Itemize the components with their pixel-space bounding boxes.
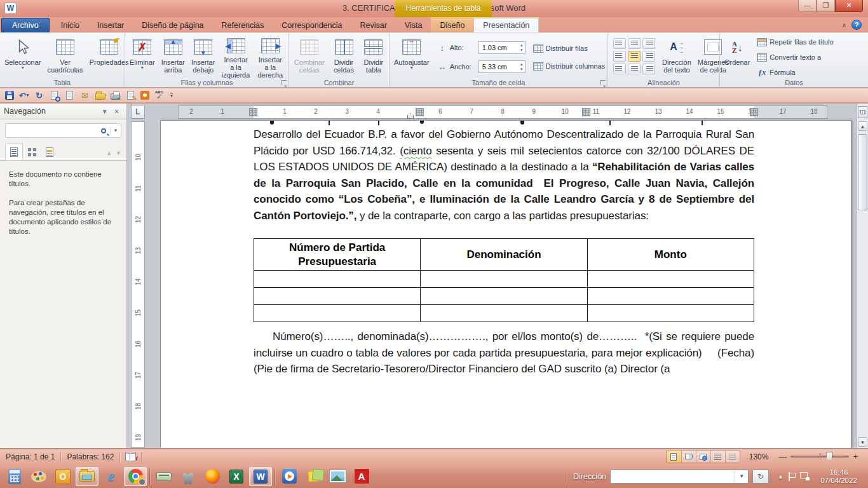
align-center-button[interactable] xyxy=(628,51,641,62)
fullscreen-reading-view-button[interactable] xyxy=(681,451,696,463)
ruler-toggle-icon[interactable] xyxy=(858,106,867,118)
search-icon[interactable] xyxy=(101,128,106,133)
outline-view-button[interactable] xyxy=(710,451,725,463)
taskbar-outlook-icon[interactable]: O xyxy=(51,467,74,486)
taskbar-paint-icon[interactable] xyxy=(27,467,50,486)
seleccionar-button[interactable]: Seleccionar ▾ xyxy=(1,35,44,79)
vertical-scrollbar[interactable]: ▲ ▼ xyxy=(857,104,868,448)
align-center-left-button[interactable] xyxy=(613,51,626,62)
taskbar-autocad-icon[interactable]: A xyxy=(350,467,373,486)
taskbar-file-explorer-icon[interactable] xyxy=(76,467,98,486)
help-icon[interactable]: ? xyxy=(851,20,862,30)
previous-heading-icon[interactable]: ▲ xyxy=(106,150,112,156)
browse-results-tab[interactable] xyxy=(41,144,58,160)
table-header-cell[interactable]: Denominación xyxy=(421,239,587,271)
align-top-center-button[interactable] xyxy=(628,38,641,49)
table-header-cell[interactable]: Número de Partida Presupuestaria xyxy=(254,239,421,271)
macro-icon[interactable]: ✱ xyxy=(140,91,149,100)
taskbar-photo-viewer-icon[interactable] xyxy=(326,467,349,486)
taskbar-sticky-notes-icon[interactable] xyxy=(302,467,325,486)
formula-button[interactable]: ƒx Fórmula xyxy=(757,65,833,79)
taskbar-calculator-icon[interactable] xyxy=(3,467,26,486)
browse-headings-tab[interactable] xyxy=(5,144,23,160)
insertar-derecha-button[interactable]: ▶ Insertar a la derecha xyxy=(254,35,287,79)
budget-table[interactable]: Número de Partida PresupuestariaDenomina… xyxy=(254,238,754,322)
tab-diseno[interactable]: Diseño xyxy=(431,18,473,32)
dividir-celdas-button[interactable]: Dividir celdas xyxy=(328,35,359,79)
address-go-icon[interactable]: ↻ xyxy=(752,470,769,484)
attach-mail-icon[interactable]: ✉ xyxy=(79,90,90,101)
zoom-in-icon[interactable]: + xyxy=(849,452,862,461)
combinar-celdas-button[interactable]: Combinar celdas xyxy=(290,35,328,79)
taskbar-word-icon[interactable]: W xyxy=(249,467,272,486)
taskbar-internet-explorer-icon[interactable]: e xyxy=(100,467,123,486)
align-bottom-left-button[interactable] xyxy=(613,64,626,74)
table-cell[interactable] xyxy=(421,288,587,305)
paragraph-2[interactable]: Número(s)…….., denominada(s)……………., por … xyxy=(254,329,754,377)
table-column-marker-icon[interactable] xyxy=(582,108,590,116)
scrollbar-thumb[interactable] xyxy=(858,134,867,210)
ribbon-tab[interactable]: Revisar xyxy=(351,18,395,32)
ribbon-tab[interactable]: Vista xyxy=(396,18,431,32)
dividir-tabla-button[interactable]: Dividir tabla xyxy=(360,35,388,79)
dialog-launcher-icon[interactable] xyxy=(281,80,287,85)
distribuir-columnas-button[interactable]: Distribuir columnas xyxy=(533,59,606,73)
tab-archivo[interactable]: Archivo xyxy=(1,18,50,32)
table-header-cell[interactable]: Monto xyxy=(587,239,754,271)
web-layout-view-button[interactable] xyxy=(696,451,710,463)
tab-stop-selector[interactable]: L xyxy=(131,105,145,119)
zoom-out-icon[interactable]: — xyxy=(775,452,790,461)
zoom-level[interactable]: 130% xyxy=(749,452,769,461)
spellcheck-icon[interactable]: ABC✓ xyxy=(154,90,165,101)
ribbon-tab[interactable]: Diseño de página xyxy=(133,18,212,32)
ribbon-tab[interactable]: Referencias xyxy=(213,18,273,32)
scroll-down-icon[interactable]: ▼ xyxy=(858,437,867,447)
collapse-ribbon-icon[interactable]: ∧ xyxy=(842,22,846,29)
table-cell[interactable] xyxy=(421,305,587,322)
network-icon[interactable] xyxy=(800,472,810,480)
ribbon-tab[interactable]: Inicio xyxy=(52,18,88,32)
document-page[interactable]: Desarrollo del Ecuador B.P. a favor del … xyxy=(160,120,851,448)
close-button[interactable]: ✕ xyxy=(835,0,863,12)
vertical-ruler[interactable]: 10111213141516171819 xyxy=(131,121,145,448)
align-bottom-center-button[interactable] xyxy=(628,64,641,74)
taskbar-media-player-icon[interactable] xyxy=(278,467,301,486)
horizontal-ruler[interactable]: 21 12346789101112131415 161718 xyxy=(178,105,827,119)
address-dropdown-icon[interactable]: ▼ xyxy=(735,470,748,483)
table-cell[interactable] xyxy=(587,305,754,322)
direccion-texto-button[interactable]: A→→→ Dirección del texto xyxy=(659,35,695,79)
new-document-icon[interactable] xyxy=(64,90,75,101)
save-icon[interactable] xyxy=(5,91,14,100)
spinner-arrows-icon[interactable]: ▲▼ xyxy=(520,43,524,53)
proofing-errors-icon[interactable]: ✗ xyxy=(125,453,136,461)
qat-customize-icon[interactable]: ▾ xyxy=(170,93,173,98)
taskbar-firefox-icon[interactable] xyxy=(201,467,224,486)
table-column-marker-icon[interactable] xyxy=(416,108,424,116)
action-center-flag-icon[interactable] xyxy=(789,472,795,481)
spinner-arrows-icon[interactable]: ▲▼ xyxy=(520,62,524,72)
ribbon-tab[interactable]: Insertar xyxy=(88,18,133,32)
ribbon-tab[interactable]: Correspondencia xyxy=(273,18,351,32)
zoom-slider[interactable] xyxy=(790,456,849,458)
edit-icon[interactable]: ✎ xyxy=(125,90,136,101)
table-cell[interactable] xyxy=(254,271,421,288)
scroll-up-icon[interactable]: ▲ xyxy=(858,121,867,131)
page-count-status[interactable]: Página: 1 de 1 xyxy=(0,452,60,461)
insertar-izquierda-button[interactable]: ◀ Insertar a la izquierda xyxy=(218,35,253,79)
align-top-right-button[interactable] xyxy=(642,38,655,49)
quick-print-icon[interactable] xyxy=(110,90,121,101)
table-cell[interactable] xyxy=(421,271,587,288)
address-input[interactable]: ▼ xyxy=(610,470,749,484)
tab-presentacion[interactable]: Presentación xyxy=(473,18,539,32)
insertar-debajo-button[interactable]: ▼ Insertar debajo xyxy=(188,35,218,79)
table-column-marker-icon[interactable] xyxy=(750,108,758,116)
search-input[interactable] xyxy=(8,126,101,135)
minimize-button[interactable]: — xyxy=(798,0,817,12)
taskbar-scanner-icon[interactable] xyxy=(153,467,175,486)
zoom-slider-thumb[interactable] xyxy=(826,452,832,461)
table-cell[interactable] xyxy=(254,288,421,305)
convertir-texto-button[interactable]: Convertir texto a xyxy=(757,50,833,64)
word-count-status[interactable]: Palabras: 162 xyxy=(61,452,119,461)
repetir-filas-button[interactable]: Repetir filas de título xyxy=(757,35,833,49)
show-hidden-icons-icon[interactable]: ▲ xyxy=(778,473,783,480)
